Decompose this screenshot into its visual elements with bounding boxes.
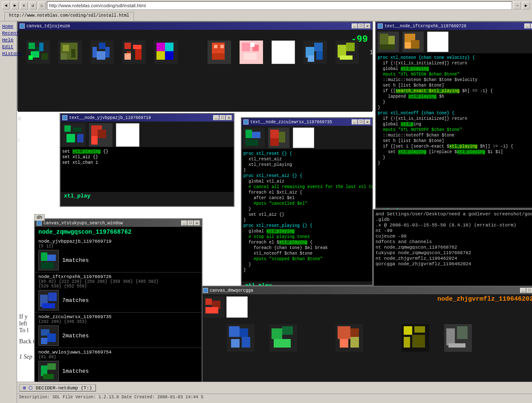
svg-rect-27 — [165, 51, 173, 60]
stop-button[interactable]: ✕ — [20, 2, 28, 9]
svg-rect-51 — [66, 134, 75, 142]
text-node3-controls: _ □ ✕ — [524, 23, 532, 29]
svg-rect-26 — [156, 51, 165, 60]
search-node-title: node_zqmwgqscon_1197668762 — [35, 227, 202, 237]
tn1-thumb2 — [89, 123, 113, 147]
search-result-3: node_zzculewrsx_1197669735 {292 299} {34… — [35, 313, 202, 348]
search-titlebar: canvas_vtstukyups_search_window _ □ ✕ — [35, 219, 202, 227]
sw-close[interactable]: ✕ — [194, 220, 200, 226]
svg-rect-100 — [231, 339, 240, 348]
svg-rect-103 — [272, 328, 282, 339]
result4-coords: {61 68} — [38, 355, 198, 360]
text-node2-controls: _ □ ✕ — [352, 119, 370, 125]
result1-thumb — [38, 250, 59, 270]
svg-rect-78 — [47, 255, 56, 261]
svg-rect-56 — [91, 136, 98, 145]
tn1-maximize[interactable]: □ — [220, 115, 226, 120]
result2-count: 7 — [62, 297, 66, 304]
svg-rect-37 — [250, 43, 254, 47]
terminal-content: and Settings/User/Desktop/need a godleve… — [374, 210, 532, 287]
tn2-thumb2 — [268, 128, 289, 148]
text-node2-title: text__node_zzculewrsx_1197669735 — [250, 120, 350, 125]
svg-rect-73 — [411, 40, 419, 49]
tn2-minimize[interactable]: _ — [352, 119, 358, 125]
nav-recent[interactable]: Recent — [1, 30, 15, 36]
tn2-close[interactable]: ✕ — [364, 119, 370, 125]
svg-rect-82 — [48, 293, 57, 301]
status-bar: Description: SDL File Version: 1.2.13.0 … — [17, 394, 532, 400]
maximize-button[interactable]: □ — [358, 23, 364, 29]
svg-rect-95 — [205, 307, 218, 313]
svg-rect-101 — [242, 337, 250, 348]
svg-rect-118 — [457, 326, 468, 339]
svg-rect-119 — [448, 343, 466, 348]
scroll-right[interactable]: ▶ — [522, 2, 530, 9]
dmwq-thumb-white — [226, 296, 248, 318]
dh-label: dh — [34, 214, 45, 221]
canvas-dmwq-titlebar: canvas_dmwqorcgga _ □ ✕ — [201, 287, 532, 294]
svg-rect-43 — [316, 51, 323, 60]
svg-rect-99 — [240, 328, 248, 337]
svg-rect-18 — [124, 43, 131, 49]
result3-count: 2 — [62, 333, 66, 339]
refresh-button[interactable]: ↺ — [29, 2, 37, 9]
result2-coords: {85 92} {222 229} {259 266} {359 366} {4… — [38, 279, 198, 284]
tn2-maximize[interactable]: □ — [358, 119, 364, 125]
canvas-main-title: canvas_tdjcujeuzm — [26, 24, 350, 29]
bottom-bar: ⊞ ⬡ DECIDER-netdump (T:) Description: SD… — [17, 382, 532, 403]
go-button[interactable]: → — [513, 2, 521, 9]
result3-coords: {292 299} {346 353} — [38, 319, 198, 324]
svg-rect-52 — [77, 134, 84, 142]
svg-rect-90 — [47, 363, 56, 370]
svg-rect-50 — [73, 128, 81, 132]
tn1-close[interactable]: ✕ — [226, 115, 232, 120]
svg-rect-65 — [270, 138, 279, 146]
home-button[interactable]: ⌂ — [38, 2, 46, 9]
decider-button[interactable]: ⊞ ⬡ DECIDER-netdump (T:) — [19, 384, 96, 391]
canvas-main-icon — [20, 23, 25, 29]
nav-edit[interactable]: Edit — [1, 44, 15, 50]
sw-maximize[interactable]: □ — [188, 220, 194, 226]
dmwq-main-thumbs — [227, 324, 472, 352]
tn3-minimize[interactable]: _ — [524, 23, 530, 29]
text-node3-icon — [378, 23, 383, 29]
svg-rect-104 — [282, 326, 293, 335]
thumb-1 — [26, 41, 50, 64]
result3-thumb — [38, 325, 59, 346]
address-bar[interactable] — [47, 1, 512, 10]
result2-coords2: {529 536} {552 559} — [38, 284, 198, 289]
svg-rect-5 — [29, 55, 33, 60]
svg-rect-83 — [42, 303, 55, 308]
text-node1-thumbs — [61, 122, 234, 147]
thumb-6 — [208, 41, 231, 64]
tn1-minimize[interactable]: _ — [213, 115, 219, 120]
search-content: node_zqmwgqscon_1197668762 node_yjvbppaz… — [35, 227, 202, 400]
svg-rect-15 — [97, 51, 105, 60]
text-node3-window: text__node_iftxrnpxhk_1197669726 _ □ ✕ — [375, 21, 532, 209]
cdmwq-minimize[interactable]: _ — [520, 288, 526, 293]
text-node1-titlebar: text__node_yjvbppazjb_1197669719 _ □ ✕ — [61, 114, 234, 122]
svg-rect-115 — [412, 335, 425, 348]
text-node2-code: proc xtl_reset {} { xtl_reset_aiz xtl_re… — [242, 149, 372, 281]
cdmwq-maximize[interactable]: □ — [526, 288, 532, 293]
tn1-thumb1 — [62, 123, 86, 147]
dmwq-small-thumbs — [203, 296, 248, 318]
svg-rect-114 — [404, 337, 410, 348]
text-node1-window: text__node_yjvbppazjb_1197669719 _ □ ✕ — [60, 113, 234, 207]
close-button[interactable]: ✕ — [364, 23, 370, 29]
nav-help[interactable]: Help — [1, 37, 15, 43]
forward-button[interactable]: ► — [11, 2, 19, 9]
back-button[interactable]: ◄ — [2, 2, 10, 9]
minimize-button[interactable]: _ — [352, 23, 358, 29]
svg-rect-13 — [93, 47, 97, 58]
result2-matches: matches — [66, 297, 89, 304]
browser-tab[interactable]: http://www.noteblas.com/coding/sdl/insta… — [4, 12, 134, 20]
text-node1-xtl: xtl_play — [61, 192, 234, 200]
nav-history[interactable]: History — [1, 51, 15, 57]
sw-minimize[interactable]: _ — [181, 220, 187, 226]
canvas-dmwq-icon — [203, 288, 208, 293]
tn3-thumb-white — [427, 32, 448, 52]
nav-home[interactable]: Home — [1, 23, 15, 29]
result1-name: node_yjvbppazjb_1197669719 — [38, 239, 198, 244]
result4-name: node_wvlosjuwws_1197669754 — [38, 350, 198, 355]
